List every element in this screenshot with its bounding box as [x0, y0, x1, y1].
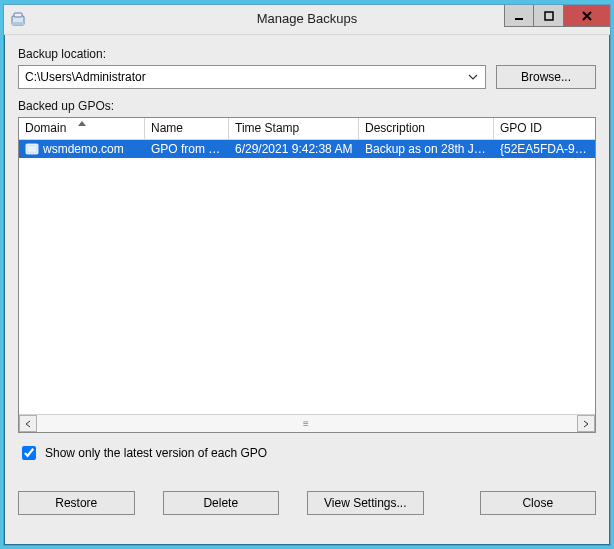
- backup-location-combo[interactable]: C:\Users\Administrator: [18, 65, 486, 89]
- backup-location-value: C:\Users\Administrator: [25, 70, 146, 84]
- scroll-track[interactable]: ≡: [37, 415, 577, 432]
- delete-button[interactable]: Delete: [163, 491, 280, 515]
- sort-ascending-icon: [78, 121, 86, 126]
- column-header-gpo-id[interactable]: GPO ID: [494, 118, 595, 140]
- backup-location-label: Backup location:: [18, 47, 596, 61]
- window-controls: [504, 5, 610, 27]
- show-latest-only-checkbox[interactable]: [22, 446, 36, 460]
- show-latest-only-label: Show only the latest version of each GPO: [45, 446, 267, 460]
- close-button[interactable]: Close: [480, 491, 597, 515]
- scroll-grip-icon: ≡: [303, 418, 311, 429]
- svg-rect-4: [545, 12, 553, 20]
- gpo-item-icon: [25, 142, 39, 156]
- view-settings-button[interactable]: View Settings...: [307, 491, 424, 515]
- title-bar: Manage Backups: [4, 5, 610, 35]
- listview-header: Domain Name Time Stamp Description GPO I…: [19, 118, 595, 140]
- chevron-down-icon: [465, 69, 481, 85]
- cell-timestamp: 6/29/2021 9:42:38 AM: [229, 142, 359, 156]
- restore-button[interactable]: Restore: [18, 491, 135, 515]
- cell-name: GPO from GP...: [145, 142, 229, 156]
- listview-body[interactable]: wsmdemo.com GPO from GP... 6/29/2021 9:4…: [19, 140, 595, 414]
- gpo-listview: Domain Name Time Stamp Description GPO I…: [18, 117, 596, 433]
- browse-button[interactable]: Browse...: [496, 65, 596, 89]
- minimize-button[interactable]: [504, 5, 534, 27]
- cell-gpo-id: {52EA5FDA-95...: [494, 142, 595, 156]
- cell-domain: wsmdemo.com: [43, 142, 124, 156]
- horizontal-scrollbar[interactable]: ≡: [19, 414, 595, 432]
- scroll-left-button[interactable]: [19, 415, 37, 432]
- column-header-description[interactable]: Description: [359, 118, 494, 140]
- maximize-button[interactable]: [534, 5, 564, 27]
- close-window-button[interactable]: [564, 5, 610, 27]
- manage-backups-window: Manage Backups Backup location: C:\Users…: [3, 4, 611, 546]
- column-header-name[interactable]: Name: [145, 118, 229, 140]
- cell-description: Backup as on 28th July: [359, 142, 494, 156]
- backed-up-gpos-label: Backed up GPOs:: [18, 99, 596, 113]
- scroll-right-button[interactable]: [577, 415, 595, 432]
- column-header-domain[interactable]: Domain: [19, 118, 145, 140]
- table-row[interactable]: wsmdemo.com GPO from GP... 6/29/2021 9:4…: [19, 140, 595, 158]
- column-header-timestamp[interactable]: Time Stamp: [229, 118, 359, 140]
